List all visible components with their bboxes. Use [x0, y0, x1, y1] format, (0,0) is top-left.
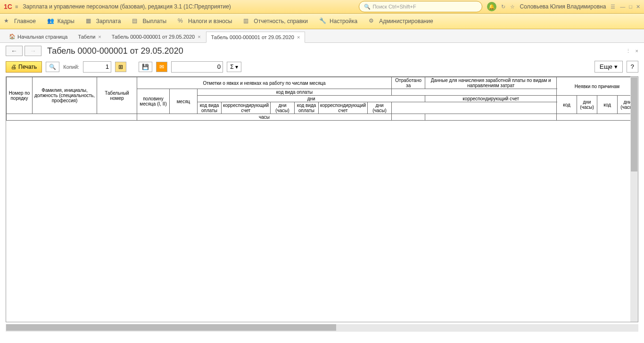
menu-otchet[interactable]: ▥Отчетность, справки	[243, 17, 308, 25]
page-title: Табель 0000-000001 от 29.05.2020	[47, 46, 183, 56]
username[interactable]: Соловьева Юлия Владимировна	[520, 3, 606, 10]
menu-nastroika[interactable]: 🔧Настройка	[319, 17, 357, 25]
tab-home[interactable]: 🏠 Начальная страница	[4, 31, 73, 42]
tab-tabel-1[interactable]: Табель 0000-000001 от 29.05.2020×	[107, 31, 206, 42]
col-fio: Фамилия, инициалы, должность (специально…	[33, 77, 97, 114]
copies-input[interactable]	[83, 61, 111, 73]
hdr-codepay2: код вида оплаты	[295, 102, 319, 114]
hdr-dh3: дни (часы)	[368, 102, 392, 114]
help-button[interactable]: ?	[627, 61, 638, 73]
menu-main[interactable]: ★Главное	[4, 17, 36, 25]
menu-icon[interactable]: ≡	[15, 4, 18, 9]
more-icon[interactable]: ⋮	[626, 48, 631, 54]
hdr-half: половину месяца (I, II)	[137, 89, 170, 114]
hdr-codepay1: код вида оплаты	[198, 102, 222, 114]
hdr-paycode: код вида оплаты	[198, 89, 392, 96]
scrollbar-horizontal[interactable]	[6, 324, 638, 332]
search-input[interactable]: 🔍Поиск Ctrl+Shift+F	[359, 1, 482, 12]
menu-admin[interactable]: ⚙Администрирование	[369, 17, 433, 25]
menu-zarplata[interactable]: ▦Зарплата	[86, 17, 121, 25]
hdr-dh1: дни (часы)	[271, 102, 295, 114]
hdr-absence: Неявки по причинам	[557, 77, 638, 96]
hdr-month: месяц	[170, 89, 198, 114]
hdr-corr1: корреспондирующий счет	[222, 102, 271, 114]
hdr-code2: код	[597, 96, 618, 114]
close-icon[interactable]: ×	[636, 48, 638, 54]
hdr-corracc: корреспондирующий счет	[425, 96, 557, 102]
history-icon[interactable]: ↻	[501, 4, 505, 10]
menu-kadry[interactable]: 👥Кадры	[47, 17, 74, 25]
maximize-icon[interactable]: □	[629, 4, 632, 10]
forward-button[interactable]: →	[25, 46, 41, 56]
tab-bar: 🏠 Начальная страница Табели× Табель 0000…	[0, 29, 644, 43]
back-button[interactable]: ←	[6, 46, 23, 56]
hdr-payroll: Данные для начисления заработной платы п…	[425, 77, 557, 89]
zero-input[interactable]	[171, 61, 223, 73]
preview-button[interactable]: 🔍	[46, 62, 59, 72]
sigma-button[interactable]: Σ ▾	[227, 62, 241, 72]
hdr-dh: дни (часы)	[577, 96, 597, 114]
hdr-code: код	[557, 96, 577, 114]
grid-button[interactable]: ⊞	[115, 62, 126, 72]
minimize-icon[interactable]: —	[620, 4, 625, 10]
bell-icon[interactable]: 🔔	[487, 2, 496, 11]
timesheet-grid[interactable]: Номер по порядку Фамилия, инициалы, долж…	[6, 76, 638, 322]
main-menu: ★Главное 👥Кадры ▦Зарплата ▤Выплаты %Нало…	[0, 14, 644, 29]
mail-button[interactable]: ✉	[156, 62, 167, 72]
star-icon[interactable]: ☆	[510, 4, 515, 10]
print-button[interactable]: 🖨 Печать	[6, 61, 42, 73]
tab-tabel-2[interactable]: Табель 0000-000001 от 29.05.2020×	[206, 32, 305, 43]
col-num: Номер по порядку	[7, 77, 33, 114]
menu-vyplaty[interactable]: ▤Выплаты	[132, 17, 166, 25]
hdr-corr2: корреспондирующий счет	[319, 102, 368, 114]
more-button[interactable]: Еще ▾	[594, 61, 623, 73]
close-icon[interactable]: ✕	[636, 4, 640, 10]
hdr-hours: часы	[137, 114, 392, 121]
tab-tabeli[interactable]: Табели×	[73, 31, 106, 42]
app-logo: 1С	[4, 3, 12, 10]
col-tabnum: Табельный номер	[97, 77, 137, 114]
hdr-worked: Отработано за	[392, 77, 425, 89]
close-icon[interactable]: ×	[98, 34, 101, 40]
filter-icon[interactable]: ☰	[611, 4, 615, 10]
hdr-marks: Отметки о явках и неявках на работу по ч…	[137, 77, 392, 89]
close-icon[interactable]: ×	[198, 34, 200, 40]
save-button[interactable]: 💾	[139, 62, 152, 72]
close-icon[interactable]: ×	[297, 34, 300, 40]
copies-label: Копий:	[63, 64, 79, 70]
scrollbar-vertical[interactable]	[630, 77, 638, 322]
app-title: Зарплата и управление персоналом (базова…	[23, 3, 231, 10]
menu-nalogi[interactable]: %Налоги и взносы	[178, 17, 232, 25]
hdr-days: дни	[198, 96, 425, 102]
